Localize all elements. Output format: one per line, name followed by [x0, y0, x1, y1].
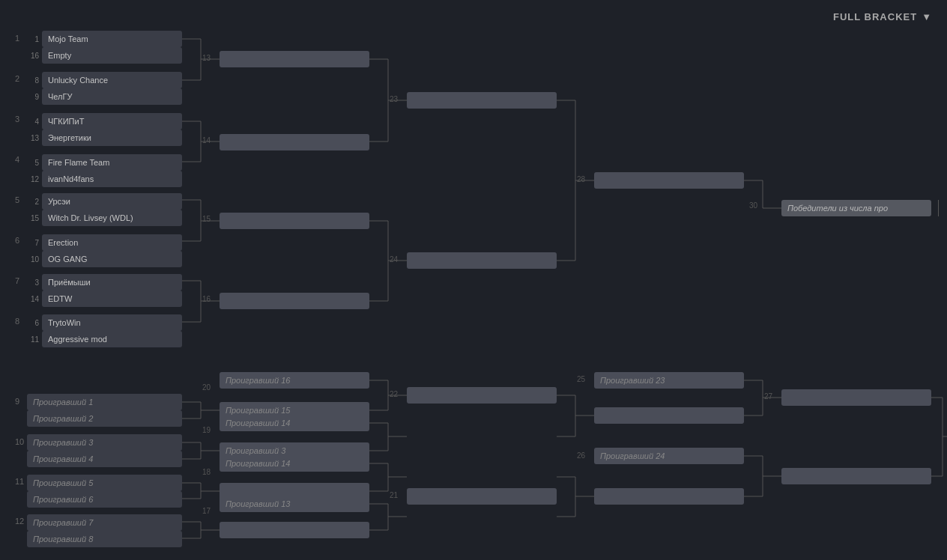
loser-team-box: Проигравший 6 — [27, 491, 182, 508]
lr2-m18-bot-label — [220, 487, 226, 496]
team-box: Unlucky Chance — [42, 72, 182, 88]
team-row: 6 TrytoWin — [27, 314, 182, 331]
team-name: Empty — [48, 51, 71, 60]
team-row: 10 OG GANG — [27, 251, 182, 267]
lr4-m26-top-label: Проигравший 24 — [594, 451, 665, 460]
seed-number: 14 — [27, 295, 39, 303]
loser-team-row: Проигравший 8 — [27, 531, 182, 547]
loser-team-box: Проигравший 3 — [27, 434, 182, 451]
r2-match-13-slot — [220, 51, 369, 67]
team-row: 3 Приёмыши — [27, 274, 182, 290]
team-name: Урсэи — [48, 197, 70, 206]
team-row: 12 ivanNd4fans — [27, 171, 182, 187]
loser-group-9-label: 9 — [15, 397, 19, 406]
seed-number: 6 — [27, 319, 39, 327]
team-name: Fire Flame Team — [48, 158, 109, 167]
seed-number: 10 — [27, 255, 39, 264]
loser-team-row: Проигравший 6 — [27, 491, 182, 508]
team-row: 9 ЧелГУ — [27, 88, 182, 105]
seed-number: 16 — [27, 52, 39, 60]
loser-team-row: Проигравший 7 — [27, 514, 182, 531]
loser-group-10-label: 10 — [15, 437, 24, 446]
loser-team-box: Проигравший 1 — [27, 394, 182, 410]
match-16-label: 16 — [202, 295, 211, 303]
team-box: Aggressive mod — [42, 331, 182, 347]
loser-team-name: Проигравший 7 — [33, 518, 93, 527]
team-box: ivanNd4fans — [42, 171, 182, 187]
r5-winner-slot: Победители из числа про — [781, 200, 931, 216]
loser-team-box: Проигравший 7 — [27, 514, 182, 531]
winner-label: Победители из числа про — [787, 204, 888, 213]
match-23-label: 23 — [390, 95, 398, 103]
r3-match-24-slot — [407, 252, 557, 269]
lr4-m25-top-slot: Проигравший 23 — [594, 372, 744, 389]
full-bracket-button[interactable]: FULL BRACKET ▼ — [833, 11, 932, 22]
lr2-m17-num: 17 — [202, 507, 211, 515]
loser-group-11-label: 11 — [15, 477, 24, 486]
team-name: Unlucky Chance — [48, 76, 108, 85]
chevron-down-icon: ▼ — [922, 11, 932, 22]
lr4-m26-num: 26 — [577, 451, 585, 460]
lr5-m27-num: 27 — [764, 392, 772, 401]
full-bracket-label: FULL BRACKET — [833, 11, 917, 22]
lr2-m19-top-label: Проигравший 14 — [220, 419, 290, 427]
lr3-m22-slot — [407, 387, 557, 404]
team-box: OG GANG — [42, 251, 182, 267]
team-name: Энергетики — [48, 133, 91, 142]
team-box: EDTW — [42, 290, 182, 307]
team-row: 8 Unlucky Chance — [27, 72, 182, 88]
match-24-label: 24 — [390, 255, 398, 264]
seed-number: 7 — [27, 239, 39, 247]
match-28-label: 28 — [577, 175, 585, 183]
winner-bracket-end — [931, 200, 939, 216]
lr2-m17-top-label: Проигравший 13 — [220, 499, 290, 508]
team-row: 11 Aggressive mod — [27, 331, 182, 347]
lr2-m17-bot-slot — [220, 522, 369, 538]
team-name: Witch Dr. Livsey (WDL) — [48, 213, 133, 222]
r2-match-15-slot — [220, 213, 369, 229]
lr2-m17-top-slot: Проигравший 13 — [220, 496, 369, 512]
loser-group-12-label: 12 — [15, 517, 24, 526]
team-row: 5 Fire Flame Team — [27, 154, 182, 171]
seed-number: 11 — [27, 335, 39, 344]
team-name: Приёмыши — [48, 278, 91, 287]
team-name: Erection — [48, 238, 78, 247]
team-box: ЧелГУ — [42, 88, 182, 105]
loser-team-row: Проигравший 3 — [27, 434, 182, 451]
team-box: Fire Flame Team — [42, 154, 182, 171]
team-row: 1 Mojo Team — [27, 31, 182, 47]
lr2-m17-bot-label — [220, 526, 226, 535]
page: FULL BRACKET ▼ — [0, 0, 947, 560]
loser-team-name: Проигравший 5 — [33, 478, 93, 487]
team-box: Приёмыши — [42, 274, 182, 290]
loser-team-row: Проигравший 2 — [27, 410, 182, 427]
loser-team-row: Проигравший 4 — [27, 451, 182, 467]
seed-number: 3 — [27, 279, 39, 287]
loser-team-name: Проигравший 6 — [33, 495, 93, 504]
r2-match-16-slot — [220, 293, 369, 309]
r4-match-28-slot — [594, 172, 744, 189]
lr2-m19-top-slot: Проигравший 14 — [220, 415, 369, 431]
loser-team-box: Проигравший 8 — [27, 531, 182, 547]
lr4-m25-bot-slot — [594, 407, 744, 424]
loser-team-row: Проигравший 5 — [27, 475, 182, 491]
lr2-m20-bot-label: Проигравший 15 — [220, 406, 290, 415]
group-8-label: 8 — [15, 317, 19, 326]
group-4-label: 4 — [15, 155, 19, 164]
team-box: Энергетики — [42, 130, 182, 146]
lr4-m26-top-slot: Проигравший 24 — [594, 448, 744, 464]
lr3-m21-num: 21 — [390, 491, 398, 499]
match-14-label: 14 — [202, 136, 211, 144]
lr2-m19-bot-label: Проигравший 3 — [220, 446, 285, 455]
team-row: 14 EDTW — [27, 290, 182, 307]
lr5-m27-top-slot — [781, 389, 931, 406]
group-3-label: 3 — [15, 115, 19, 124]
team-row: 16 Empty — [27, 47, 182, 64]
loser-team-name: Проигравший 8 — [33, 535, 93, 544]
seed-number: 1 — [27, 35, 39, 43]
group-6-label: 6 — [15, 236, 19, 245]
seed-number: 13 — [27, 134, 39, 142]
seed-number: 9 — [27, 93, 39, 101]
team-name: ЧелГУ — [48, 92, 72, 101]
lr2-m18-top-slot: Проигравший 14 — [220, 455, 369, 472]
